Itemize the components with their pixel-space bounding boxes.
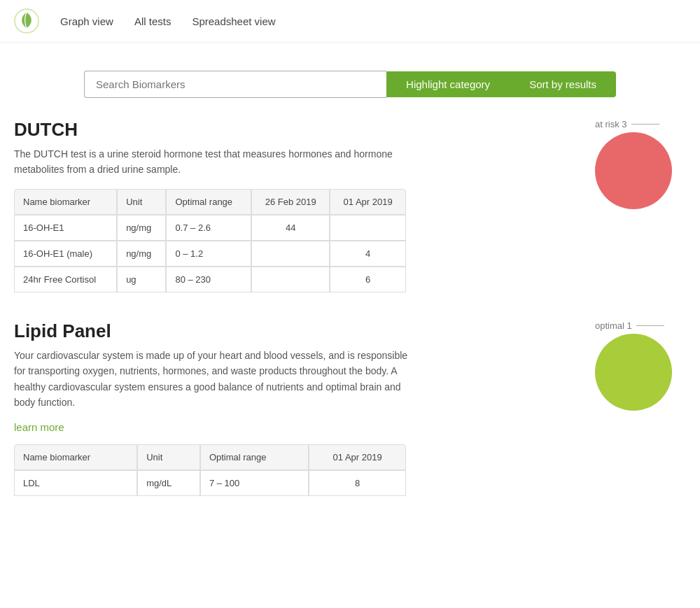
sort-by-results-button[interactable]: Sort by results	[510, 71, 616, 97]
section-desc: The DUTCH test is a urine steroid hormon…	[14, 146, 420, 178]
filter-bar: Highlight category Sort by results	[84, 71, 616, 98]
table-header-2: Optimal range	[200, 444, 309, 470]
bubble-label: optimal 1	[595, 320, 664, 331]
nav-graph-view[interactable]: Graph view	[60, 15, 113, 27]
biomarker-name: 24hr Free Cortisol	[14, 267, 117, 292]
main-content: Highlight category Sort by results DUTCH…	[0, 43, 700, 538]
section-left: Lipid Panel Your cardiovascular system i…	[14, 320, 686, 445]
biomarker-val-col2	[330, 215, 406, 241]
learn-more-link[interactable]: learn more	[14, 421, 64, 433]
bubble-container: optimal 1	[595, 320, 672, 411]
navbar: Graph view All tests Spreadsheet view	[0, 0, 700, 43]
table-row: 24hr Free Cortisol ug 80 – 230 6	[14, 267, 406, 292]
nav-spreadsheet-view[interactable]: Spreadsheet view	[192, 15, 275, 27]
biomarker-table: Name biomarkerUnitOptimal range26 Feb 20…	[14, 189, 406, 292]
biomarker-unit: ng/mg	[117, 241, 166, 267]
table-header-row: Name biomarkerUnitOptimal range01 Apr 20…	[14, 444, 406, 470]
table-header-0: Name biomarker	[14, 189, 117, 215]
bubble-label: at risk 3	[595, 119, 659, 129]
section-top: Lipid Panel Your cardiovascular system i…	[14, 320, 686, 445]
sections-container: DUTCH The DUTCH test is a urine steroid …	[14, 119, 686, 496]
table-header-3: 01 Apr 2019	[309, 444, 406, 470]
biomarker-val-col1	[251, 267, 330, 292]
section-dutch: DUTCH The DUTCH test is a urine steroid …	[14, 119, 686, 292]
table-header-row: Name biomarkerUnitOptimal range26 Feb 20…	[14, 189, 406, 215]
bubble-container: at risk 3	[595, 119, 672, 209]
table-header-4: 01 Apr 2019	[330, 189, 406, 215]
biomarker-unit: ug	[117, 267, 166, 292]
table-row: LDL mg/dL 7 – 100 8	[14, 470, 406, 496]
search-input[interactable]	[84, 71, 386, 98]
section-top: DUTCH The DUTCH test is a urine steroid …	[14, 119, 686, 189]
biomarker-val-col1: 8	[309, 470, 406, 496]
biomarker-val-col1: 44	[251, 215, 330, 241]
biomarker-val-col1	[251, 241, 330, 267]
section-desc: Your cardiovascular system is made up of…	[14, 348, 420, 411]
logo[interactable]	[14, 8, 39, 34]
biomarker-unit: ng/mg	[117, 215, 166, 241]
biomarker-val-col2: 4	[330, 241, 406, 267]
table-header-2: Optimal range	[166, 189, 251, 215]
biomarker-val-col2: 6	[330, 267, 406, 292]
section-lipid: Lipid Panel Your cardiovascular system i…	[14, 320, 686, 497]
table-row: 16-OH-E1 ng/mg 0.7 – 2.6 44	[14, 215, 406, 241]
bubble-circle	[595, 132, 672, 209]
biomarker-range: 7 – 100	[200, 470, 309, 496]
table-header-3: 26 Feb 2019	[251, 189, 330, 215]
biomarker-range: 0 – 1.2	[166, 241, 251, 267]
biomarker-range: 80 – 230	[166, 267, 251, 292]
biomarker-table: Name biomarkerUnitOptimal range01 Apr 20…	[14, 444, 406, 496]
biomarker-unit: mg/dL	[137, 470, 200, 496]
bubble-circle	[595, 334, 672, 411]
biomarker-range: 0.7 – 2.6	[166, 215, 251, 241]
section-title: DUTCH	[14, 119, 686, 141]
biomarker-name: 16-OH-E1 (male)	[14, 241, 117, 267]
nav-all-tests[interactable]: All tests	[134, 15, 172, 27]
biomarker-name: 16-OH-E1	[14, 215, 117, 241]
biomarker-name: LDL	[14, 470, 137, 496]
table-header-0: Name biomarker	[14, 444, 137, 470]
section-title: Lipid Panel	[14, 320, 686, 342]
section-left: DUTCH The DUTCH test is a urine steroid …	[14, 119, 686, 189]
table-header-1: Unit	[117, 189, 166, 215]
highlight-category-button[interactable]: Highlight category	[386, 71, 510, 97]
table-header-1: Unit	[137, 444, 200, 470]
table-row: 16-OH-E1 (male) ng/mg 0 – 1.2 4	[14, 241, 406, 267]
